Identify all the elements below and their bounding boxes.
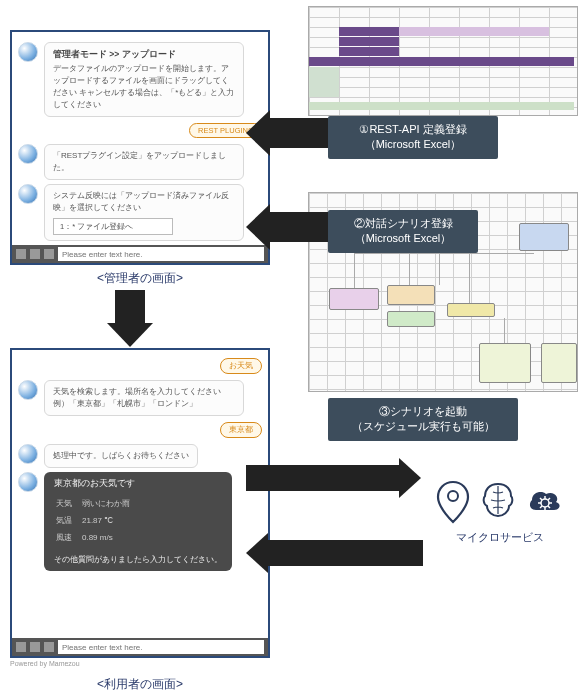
bot-avatar xyxy=(18,144,38,164)
arrow-1 xyxy=(268,118,330,148)
chat-footer xyxy=(12,638,268,656)
admin-msg-header: 管理者モード >> アップロード xyxy=(53,48,235,61)
arrow-left-1 xyxy=(268,540,423,566)
footer-icon-3[interactable] xyxy=(44,249,54,259)
bot-avatar xyxy=(18,42,38,62)
admin-chat-panel: 管理者モード >> アップロード データファイルのアップロードを開始します。アッ… xyxy=(10,30,270,265)
weather-title: 東京都のお天気です xyxy=(54,478,222,490)
weather-result-bubble: 東京都のお天気です 天気弱いにわか雨 気温21.87 ℃ 風速0.89 m/s … xyxy=(44,472,232,571)
bot-avatar xyxy=(18,444,38,464)
user-chat-input[interactable] xyxy=(58,640,264,654)
callout-1: ①REST-API 定義登録（Microsoft Excel） xyxy=(328,116,498,159)
microservice-block: マイクロサービス xyxy=(430,480,570,545)
excel-rest-api-sheet xyxy=(308,6,578,116)
powered-by: Powered by Mamezou xyxy=(10,660,270,667)
arrow-2 xyxy=(268,212,330,242)
map-pin-icon xyxy=(434,480,472,526)
footer-icon-3[interactable] xyxy=(44,642,54,652)
arrow-right-1 xyxy=(246,465,401,491)
tokyo-tag[interactable]: 東京都 xyxy=(220,422,262,438)
bot-avatar xyxy=(18,184,38,204)
svg-point-0 xyxy=(448,491,458,501)
user-message-2: 処理中です。しばらくお待ちください xyxy=(44,444,198,468)
admin-panel-caption: <管理者の画面> xyxy=(10,270,270,287)
footer-icon-2[interactable] xyxy=(30,642,40,652)
admin-chat-input[interactable] xyxy=(58,247,264,261)
arrow-down xyxy=(115,290,145,325)
footer-icon-2[interactable] xyxy=(30,249,40,259)
brain-icon xyxy=(479,480,517,526)
microservice-label: マイクロサービス xyxy=(430,530,570,545)
footer-icon-1[interactable] xyxy=(16,249,26,259)
bot-avatar xyxy=(18,380,38,400)
admin-message-2: 「RESTプラグイン設定」をアップロードしました。 xyxy=(44,144,244,180)
callout-3: ③シナリオを起動（スケジュール実行も可能） xyxy=(328,398,518,441)
user-panel-caption: <利用者の画面> xyxy=(10,676,270,693)
admin-message-1: 管理者モード >> アップロード データファイルのアップロードを開始します。アッ… xyxy=(44,42,244,117)
admin-message-3: システム反映には「アップロード済みファイル反映」を選択してください 1：* ファ… xyxy=(44,184,244,241)
user-message-1: 天気を検索します。場所名を入力してください 例）「東京都」「札幌市」「ロンドン」 xyxy=(44,380,244,416)
user-chat-panel: お天気 天気を検索します。場所名を入力してください 例）「東京都」「札幌市」「ロ… xyxy=(10,348,270,658)
weather-tag[interactable]: お天気 xyxy=(220,358,262,374)
weather-table: 天気弱いにわか雨 気温21.87 ℃ 風速0.89 m/s xyxy=(54,494,140,547)
cloud-gear-icon xyxy=(524,480,566,526)
bot-avatar xyxy=(18,472,38,492)
chat-footer xyxy=(12,245,268,263)
callout-2: ②対話シナリオ登録（Microsoft Excel） xyxy=(328,210,478,253)
footer-icon-1[interactable] xyxy=(16,642,26,652)
file-register-select[interactable]: 1：* ファイル登録へ xyxy=(53,218,173,235)
